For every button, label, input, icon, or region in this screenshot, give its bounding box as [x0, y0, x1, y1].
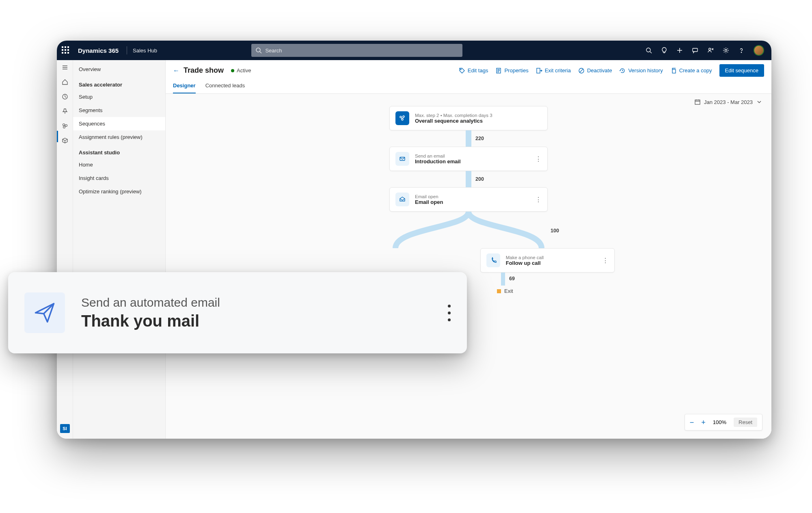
- assistant-icon[interactable]: [707, 47, 714, 54]
- search-icon[interactable]: [646, 47, 652, 54]
- node-follow-up-call[interactable]: Make a phone call Follow up call ⋮: [480, 248, 615, 273]
- home-icon[interactable]: [62, 79, 68, 85]
- deactivate-label: Deactivate: [587, 67, 612, 74]
- exit-criteria-action[interactable]: Exit criteria: [536, 67, 571, 74]
- node-overall-analytics[interactable]: Max. step 2 • Max. completion days 3 Ove…: [389, 106, 548, 130]
- settings-cluster-icon[interactable]: [62, 123, 68, 129]
- icon-rail: SI: [57, 60, 73, 439]
- main-content: ← Trade show Active Edit tags Properties…: [166, 60, 771, 439]
- flow-split: 100: [363, 212, 574, 248]
- zoom-reset-button[interactable]: Reset: [734, 418, 757, 427]
- tab-designer[interactable]: Designer: [173, 82, 196, 93]
- gear-icon[interactable]: [723, 47, 729, 54]
- deactivate-action[interactable]: Deactivate: [578, 67, 612, 74]
- node-email-open[interactable]: Email open Email open ⋮: [389, 187, 548, 212]
- node-menu-icon[interactable]: ⋮: [535, 155, 542, 163]
- nav-section-assistant-studio: Assistant studio: [73, 144, 165, 158]
- zoom-out-button[interactable]: −: [690, 419, 694, 426]
- node-overall-title: Overall sequence analytics: [415, 118, 492, 124]
- rail-active-indicator: [57, 131, 58, 142]
- version-history-label: Version history: [628, 67, 663, 74]
- properties-action[interactable]: Properties: [495, 67, 528, 74]
- user-avatar[interactable]: [754, 45, 764, 56]
- flow-count-220: 220: [475, 136, 484, 141]
- svg-point-2: [646, 48, 650, 52]
- chat-icon[interactable]: [692, 47, 698, 54]
- node-open-title: Email open: [415, 199, 443, 205]
- callout-title: Thank you mail: [81, 312, 220, 330]
- lightbulb-icon[interactable]: [661, 47, 667, 54]
- zoom-level-label: 100%: [713, 419, 726, 425]
- connector: 69: [501, 273, 505, 286]
- nav-overview[interactable]: Overview: [73, 63, 165, 76]
- history-icon: [619, 67, 626, 74]
- search-icon: [255, 47, 262, 54]
- pin-icon[interactable]: [62, 108, 68, 115]
- edit-tags-action[interactable]: Edit tags: [459, 67, 488, 74]
- properties-icon: [495, 67, 502, 74]
- nav-home[interactable]: Home: [73, 158, 165, 171]
- app-name-label: Sales Hub: [133, 48, 157, 54]
- analytics-icon: [395, 111, 409, 125]
- search-input[interactable]: [251, 44, 462, 57]
- copy-icon: [670, 67, 677, 74]
- date-range-selector[interactable]: Jan 2023 - Mar 2023: [694, 99, 762, 105]
- svg-point-20: [460, 69, 461, 70]
- node-introduction-email[interactable]: Send an email Introduction email ⋮: [389, 147, 548, 171]
- version-history-action[interactable]: Version history: [619, 67, 663, 74]
- create-copy-action[interactable]: Create a copy: [670, 67, 712, 74]
- calendar-icon: [694, 99, 701, 105]
- connector: 220: [466, 130, 471, 147]
- callout-subtitle: Send an automated email: [81, 296, 220, 310]
- tab-connected-leads[interactable]: Connected leads: [205, 82, 245, 93]
- edit-tags-label: Edit tags: [468, 67, 488, 74]
- send-icon: [24, 292, 65, 333]
- page-title: Trade show: [184, 66, 224, 75]
- hamburger-icon[interactable]: [62, 64, 68, 71]
- svg-point-19: [63, 126, 65, 128]
- command-bar: Edit tags Properties Exit criteria Deact…: [459, 64, 764, 77]
- properties-label: Properties: [504, 67, 528, 74]
- svg-point-12: [741, 52, 741, 52]
- side-nav: Overview Sales accelerator Setup Segment…: [73, 60, 166, 439]
- node-menu-icon[interactable]: ⋮: [535, 196, 542, 203]
- nav-optimize-ranking[interactable]: Optimize ranking (preview): [73, 185, 165, 198]
- callout-card-thank-you-mail[interactable]: Send an automated email Thank you mail: [8, 272, 467, 353]
- zoom-in-button[interactable]: +: [701, 419, 706, 426]
- svg-point-17: [63, 124, 65, 126]
- callout-text: Send an automated email Thank you mail: [81, 296, 220, 330]
- app-body: SI Overview Sales accelerator Setup Segm…: [57, 60, 771, 439]
- flag-icon: [497, 289, 501, 293]
- help-icon[interactable]: [738, 47, 745, 54]
- node-intro-title: Introduction email: [415, 158, 461, 165]
- nav-assignment-rules[interactable]: Assignment rules (preview): [73, 130, 165, 144]
- designer-canvas[interactable]: Jan 2023 - Mar 2023 Max. step 2 • Max. c…: [166, 94, 771, 439]
- callout-menu-icon[interactable]: [448, 305, 451, 321]
- node-menu-icon[interactable]: ⋮: [602, 257, 609, 264]
- back-arrow-icon[interactable]: ←: [173, 67, 179, 74]
- app-launcher-icon[interactable]: [62, 46, 70, 54]
- svg-point-8: [709, 48, 711, 50]
- deactivate-icon: [578, 67, 585, 74]
- date-range-label: Jan 2023 - Mar 2023: [704, 99, 753, 105]
- recent-icon[interactable]: [62, 93, 68, 100]
- svg-point-11: [725, 50, 727, 52]
- nav-sequences[interactable]: Sequences: [73, 117, 165, 130]
- si-badge[interactable]: SI: [60, 424, 70, 433]
- tabs: Designer Connected leads: [166, 77, 771, 94]
- svg-rect-29: [695, 100, 700, 104]
- nav-segments[interactable]: Segments: [73, 104, 165, 117]
- cube-icon[interactable]: [62, 137, 68, 144]
- header-actions: [646, 45, 767, 56]
- plus-icon[interactable]: [676, 47, 683, 54]
- svg-line-1: [260, 52, 261, 53]
- nav-setup[interactable]: Setup: [73, 90, 165, 104]
- zoom-toolbar: − + 100% Reset: [685, 414, 762, 431]
- exit-criteria-label: Exit criteria: [545, 67, 571, 74]
- svg-point-18: [65, 125, 67, 127]
- divider: [127, 46, 127, 54]
- nav-insight-cards[interactable]: Insight cards: [73, 171, 165, 185]
- svg-point-0: [256, 48, 260, 52]
- connector: 200: [466, 171, 471, 187]
- edit-sequence-button[interactable]: Edit sequence: [719, 64, 764, 77]
